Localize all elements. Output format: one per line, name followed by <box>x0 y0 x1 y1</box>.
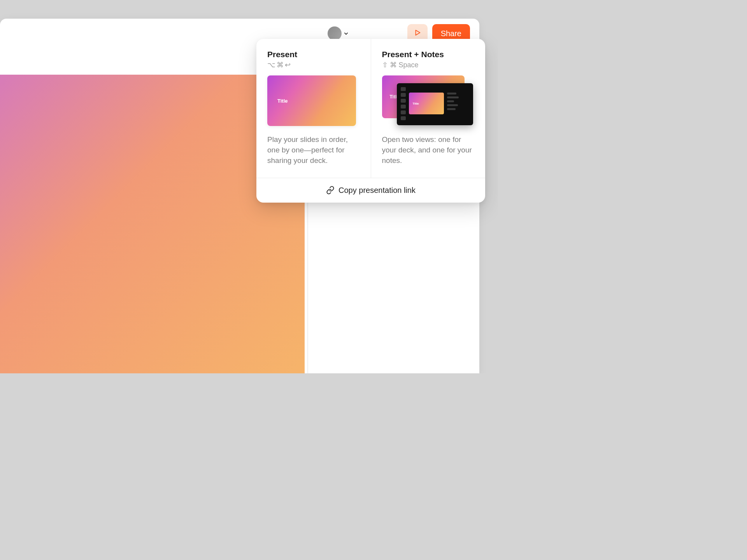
option-present-preview: Title <box>267 75 360 126</box>
notes-main-slide: Title <box>409 93 444 114</box>
copy-link-label: Copy presentation link <box>338 186 416 195</box>
option-present-notes-shortcut: ⇧ ⌘ Space <box>382 61 475 69</box>
play-icon <box>413 28 422 38</box>
present-options-row: Present ⌥⌘↩ Title Play your slides in or… <box>256 39 485 178</box>
option-present-desc: Play your slides in order, one by one—pe… <box>267 135 360 166</box>
copy-presentation-link[interactable]: Copy presentation link <box>256 178 485 203</box>
option-present-notes-title: Present + Notes <box>382 50 475 59</box>
option-present-title: Present <box>267 50 360 59</box>
notes-thumbnails <box>401 87 406 121</box>
option-present-notes-desc: Open two views: one for your deck, and o… <box>382 135 475 166</box>
present-dropdown: Present ⌥⌘↩ Title Play your slides in or… <box>256 39 485 203</box>
share-button-label: Share <box>441 29 461 38</box>
notes-main-slide-title: Title <box>413 102 419 105</box>
option-present-notes[interactable]: Present + Notes ⇧ ⌘ Space Title <box>371 39 486 178</box>
preview-slide-title: Title <box>277 98 288 104</box>
link-icon <box>326 186 335 194</box>
preview-notes-window: Title <box>397 83 473 125</box>
avatar <box>328 26 342 40</box>
option-present[interactable]: Present ⌥⌘↩ Title Play your slides in or… <box>256 39 371 178</box>
notes-text-lines <box>447 93 459 121</box>
option-present-shortcut: ⌥⌘↩ <box>267 61 360 69</box>
option-present-notes-preview: Title Title <box>382 75 475 126</box>
account-menu[interactable] <box>328 26 348 40</box>
preview-slide-thumb: Title <box>267 75 356 126</box>
chevron-down-icon <box>344 32 348 36</box>
